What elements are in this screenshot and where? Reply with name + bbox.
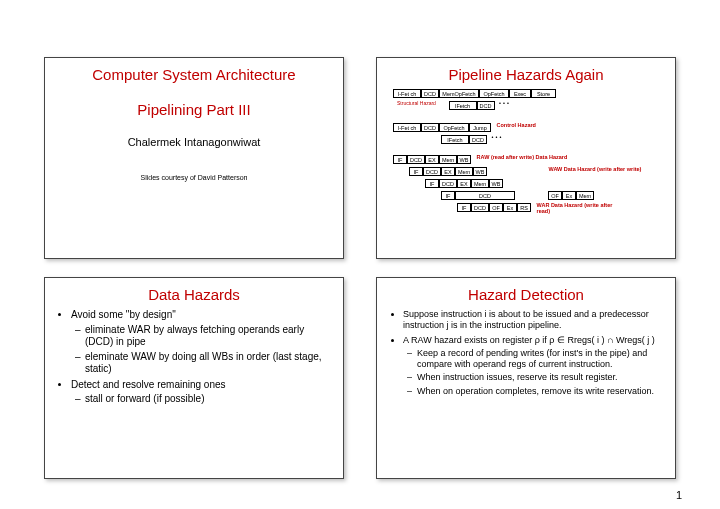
credits: Slides courtesy of David Patterson — [53, 174, 335, 181]
stage-box: EX — [441, 167, 455, 176]
stage-box: I-Fet ch — [393, 89, 421, 98]
stage-box: Mem — [439, 155, 457, 164]
list-subitem: eleminate WAW by doing all WBs in order … — [85, 351, 335, 376]
stage-box: Mem — [471, 179, 489, 188]
stage-box: DCD — [469, 135, 487, 144]
author: Chalermek Intanagonwiwat — [53, 136, 335, 148]
pipeline-diagram: I-Fet chDCDMemOpFetchOpFetchExecStore St… — [385, 89, 667, 259]
stage-box: Exec — [509, 89, 531, 98]
stage-box: OF — [489, 203, 503, 212]
stage-box: IF — [425, 179, 439, 188]
bullet-list: Avoid some "by design" eliminate WAR by … — [53, 309, 335, 406]
list-item: Detect and resolve remaining ones stall … — [71, 379, 335, 406]
slide-title: Data Hazards — [53, 286, 335, 303]
stage-box: EX — [457, 179, 471, 188]
stage-box: WB — [457, 155, 471, 164]
stage-box: DCD — [421, 123, 439, 132]
stage-box: WB — [473, 167, 487, 176]
slide-top-right: Pipeline Hazards Again I-Fet chDCDMemOpF… — [376, 57, 676, 259]
stage-box: DCD — [477, 101, 495, 110]
list-subitem: eliminate WAR by always fetching operand… — [85, 324, 335, 349]
stage-box: IFetch — [449, 101, 477, 110]
stage-box: RS — [517, 203, 531, 212]
stage-box: IF — [393, 155, 407, 164]
list-subitem: stall or forward (if possible) — [85, 393, 335, 406]
stage-box: OF — [548, 191, 562, 200]
stage-box: DCD — [423, 167, 441, 176]
page-number: 1 — [676, 489, 682, 501]
hazard-label: Structural Hazard — [397, 101, 447, 106]
stage-box: Mem — [576, 191, 594, 200]
hazard-label: WAR Data Hazard (write after read) — [537, 203, 617, 214]
stage-box: IF — [457, 203, 471, 212]
stage-box: DCD — [455, 191, 515, 200]
slide-title-2: Pipelining Part III — [53, 101, 335, 118]
stage-box: DCD — [471, 203, 489, 212]
hazard-label: Control Hazard — [497, 123, 536, 129]
slide-title: Pipeline Hazards Again — [385, 66, 667, 83]
list-item: A RAW hazard exists on register ρ if ρ ∈… — [403, 335, 667, 397]
slide-title-1: Computer System Architecture — [53, 66, 335, 83]
list-subitem: When instruction issues, reserve its res… — [417, 372, 667, 383]
bullet-list: Suppose instruction i is about to be iss… — [385, 309, 667, 397]
stage-box: MemOpFetch — [439, 89, 479, 98]
stage-box: DCD — [407, 155, 425, 164]
stage-box: IF — [441, 191, 455, 200]
stage-box: Store — [531, 89, 556, 98]
stage-box: OpFetch — [439, 123, 469, 132]
slide-title: Hazard Detection — [385, 286, 667, 303]
stage-box: DCD — [439, 179, 457, 188]
slide-bottom-left: Data Hazards Avoid some "by design" elim… — [44, 277, 344, 479]
stage-box: Ex — [503, 203, 517, 212]
stage-box: DCD — [421, 89, 439, 98]
list-item: Avoid some "by design" eliminate WAR by … — [71, 309, 335, 376]
stage-box: Ex — [562, 191, 576, 200]
slide-top-left: Computer System Architecture Pipelining … — [44, 57, 344, 259]
ellipsis-icon: ••• — [492, 135, 504, 141]
ellipsis-icon: ••• — [499, 101, 511, 107]
stage-box: EX — [425, 155, 439, 164]
stage-box: I-Fet ch — [393, 123, 421, 132]
list-subitem: Keep a record of pending writes (for ins… — [417, 348, 667, 371]
list-subitem: When on operation completes, remove its … — [417, 386, 667, 397]
hazard-label: WAW Data Hazard (write after write) — [549, 167, 642, 173]
stage-box: Jump — [469, 123, 491, 132]
hazard-label: RAW (read after write) Data Hazard — [477, 155, 568, 161]
list-item: Suppose instruction i is about to be iss… — [403, 309, 667, 332]
stage-box: Mem — [455, 167, 473, 176]
stage-box: WB — [489, 179, 503, 188]
stage-box: IFetch — [441, 135, 469, 144]
stage-box: OpFetch — [479, 89, 509, 98]
slide-bottom-right: Hazard Detection Suppose instruction i i… — [376, 277, 676, 479]
stage-box: IF — [409, 167, 423, 176]
